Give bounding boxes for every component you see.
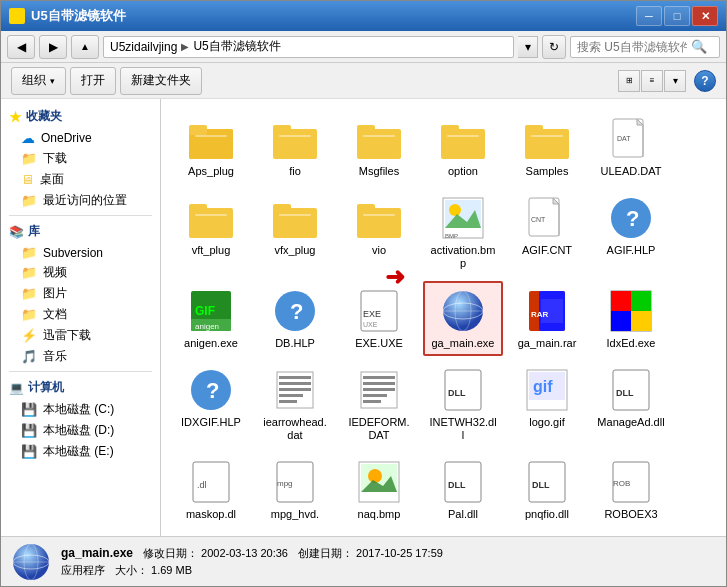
svg-rect-60	[631, 311, 651, 331]
close-button[interactable]: ✕	[692, 6, 718, 26]
forward-button[interactable]: ▶	[39, 35, 67, 59]
title-bar-controls: ─ □ ✕	[636, 6, 718, 26]
file-item-db-hlp[interactable]: ? DB.HLP	[255, 281, 335, 356]
svg-text:RAR: RAR	[531, 310, 549, 319]
file-item-idxgif-hlp[interactable]: ? IDXGIF.HLP	[171, 360, 251, 448]
file-item-ga-main-rar[interactable]: RAR ga_main.rar	[507, 281, 587, 356]
path-segment-2: U5自带滤镜软件	[193, 38, 280, 55]
view-btn-1[interactable]: ⊞	[618, 70, 640, 92]
svg-rect-73	[363, 394, 387, 397]
status-filename: ga_main.exe	[61, 546, 133, 561]
address-path[interactable]: U5zidailvjing ▶ U5自带滤镜软件	[103, 36, 514, 58]
file-item-activation-bmp[interactable]: BMP activation.bmp	[423, 188, 503, 276]
file-item-idxed-exe[interactable]: IdxEd.exe	[591, 281, 671, 356]
sidebar-item-subversion[interactable]: 📁 Subversion	[1, 243, 160, 262]
file-item-anigen-exe[interactable]: GIF anigen anigen.exe	[171, 281, 251, 356]
svg-rect-70	[363, 376, 395, 379]
svg-rect-25	[279, 214, 311, 216]
svg-rect-24	[273, 204, 291, 214]
desktop-icon: 🖥	[21, 172, 34, 187]
file-item-fio[interactable]: fio	[255, 109, 335, 184]
refresh-button[interactable]: ↻	[542, 35, 566, 59]
view-options: ⊞ ≡ ▾	[618, 70, 686, 92]
download-icon: 📁	[21, 151, 37, 166]
sidebar-item-thunder[interactable]: ⚡ 迅雷下载	[1, 325, 160, 346]
sidebar-item-recent[interactable]: 📁 最近访问的位置	[1, 190, 160, 211]
file-item-aps-plug[interactable]: Aps_plug	[171, 109, 251, 184]
svg-rect-4	[195, 135, 227, 137]
sidebar-item-pictures[interactable]: 📁 图片	[1, 283, 160, 304]
sidebar-item-drive-c[interactable]: 💾 本地磁盘 (C:)	[1, 399, 160, 420]
svg-rect-72	[363, 388, 395, 391]
file-item-iedeform-dat[interactable]: IEDEFORM.DAT	[339, 360, 419, 448]
svg-rect-65	[279, 382, 311, 385]
file-item-ulead-dat[interactable]: DAT ULEAD.DAT	[591, 109, 671, 184]
svg-rect-12	[441, 125, 459, 135]
title-bar: U5自带滤镜软件 ─ □ ✕	[1, 1, 726, 31]
sidebar-item-onedrive[interactable]: ☁ OneDrive	[1, 128, 160, 148]
computer-section: 💻 计算机 💾 本地磁盘 (C:) 💾 本地磁盘 (D:) 💾 本地磁盘 (E:…	[1, 376, 160, 462]
sidebar: ★ 收藏夹 ☁ OneDrive 📁 下载 🖥 桌面 📁 最近访问的位	[1, 99, 161, 536]
favorites-section: ★ 收藏夹 ☁ OneDrive 📁 下载 🖥 桌面 📁 最近访问的位	[1, 105, 160, 211]
search-input[interactable]	[577, 40, 687, 54]
file-grid: Aps_plug fio	[171, 109, 716, 527]
file-item-pnqfio-dll[interactable]: DLL pnqfio.dll	[507, 452, 587, 527]
view-btn-3[interactable]: ▾	[664, 70, 686, 92]
file-item-iearrowhead-dat[interactable]: iearrowhead.dat	[255, 360, 335, 448]
svg-text:DLL: DLL	[532, 480, 550, 490]
sidebar-item-music[interactable]: 🎵 音乐	[1, 346, 160, 367]
file-item-managead-dll[interactable]: DLL ManageAd.dll	[591, 360, 671, 448]
file-item-samples[interactable]: Samples	[507, 109, 587, 184]
status-info: ga_main.exe 修改日期： 2002-03-13 20:36 创建日期：…	[61, 546, 443, 578]
file-item-mpg-hvd[interactable]: mpg mpg_hvd.	[255, 452, 335, 527]
file-item-inetwh32-dll[interactable]: DLL INETWH32.dll	[423, 360, 503, 448]
svg-text:GIF: GIF	[195, 304, 215, 318]
file-item-agif-cnt[interactable]: CNT AGIF.CNT	[507, 188, 587, 276]
file-item-logo-gif[interactable]: gif logo.gif	[507, 360, 587, 448]
path-dropdown[interactable]: ▾	[518, 36, 538, 58]
file-item-option[interactable]: option	[423, 109, 503, 184]
file-item-naq-bmp[interactable]: naq.bmp	[339, 452, 419, 527]
file-item-roboex3[interactable]: ROB ROBOEX3	[591, 452, 671, 527]
svg-point-88	[368, 469, 382, 483]
file-item-pal-dll[interactable]: DLL Pal.dll	[423, 452, 503, 527]
back-button[interactable]: ◀	[7, 35, 35, 59]
libraries-section: 📚 库 📁 Subversion 📁 视频 📁 图片 📁 文档	[1, 220, 160, 367]
svg-rect-28	[363, 214, 395, 216]
help-button[interactable]: ?	[694, 70, 716, 92]
file-item-vfx-plug[interactable]: vfx_plug	[255, 188, 335, 276]
status-thumbnail	[11, 542, 51, 582]
sidebar-item-video[interactable]: 📁 视频	[1, 262, 160, 283]
search-icon: 🔍	[691, 39, 707, 54]
file-item-vio[interactable]: vio	[339, 188, 419, 276]
view-btn-2[interactable]: ≡	[641, 70, 663, 92]
sidebar-item-drive-d[interactable]: 💾 本地磁盘 (D:)	[1, 420, 160, 441]
path-segment-1: U5zidailvjing	[110, 40, 177, 54]
file-item-exe-uxe[interactable]: EXE UXE EXE.UXE	[339, 281, 419, 356]
sidebar-item-documents[interactable]: 📁 文档	[1, 304, 160, 325]
file-item-msgfiles[interactable]: Msgfiles	[339, 109, 419, 184]
minimize-button[interactable]: ─	[636, 6, 662, 26]
svg-text:.dl: .dl	[197, 480, 207, 490]
open-button[interactable]: 打开	[70, 67, 116, 95]
file-area: Aps_plug fio	[161, 99, 726, 536]
file-item-vft-plug[interactable]: vft_plug	[171, 188, 251, 276]
sidebar-item-download[interactable]: 📁 下载	[1, 148, 160, 169]
libraries-header[interactable]: 📚 库	[1, 220, 160, 243]
favorites-header[interactable]: ★ 收藏夹	[1, 105, 160, 128]
organize-button[interactable]: 组织 ▾	[11, 67, 66, 95]
window-title: U5自带滤镜软件	[31, 7, 126, 25]
computer-header[interactable]: 💻 计算机	[1, 376, 160, 399]
sidebar-item-desktop[interactable]: 🖥 桌面	[1, 169, 160, 190]
file-item-ga-main-exe[interactable]: ➜	[423, 281, 503, 356]
file-item-agif-hlp[interactable]: ? AGIF.HLP	[591, 188, 671, 276]
maximize-button[interactable]: □	[664, 6, 690, 26]
svg-text:?: ?	[626, 206, 639, 231]
svg-text:BMP: BMP	[445, 233, 458, 239]
svg-rect-16	[531, 135, 563, 137]
file-item-maskop-dl[interactable]: .dl maskop.dl	[171, 452, 251, 527]
sidebar-item-drive-e[interactable]: 💾 本地磁盘 (E:)	[1, 441, 160, 462]
up-button[interactable]: ▲	[71, 35, 99, 59]
new-folder-button[interactable]: 新建文件夹	[120, 67, 202, 95]
svg-rect-21	[189, 204, 207, 214]
